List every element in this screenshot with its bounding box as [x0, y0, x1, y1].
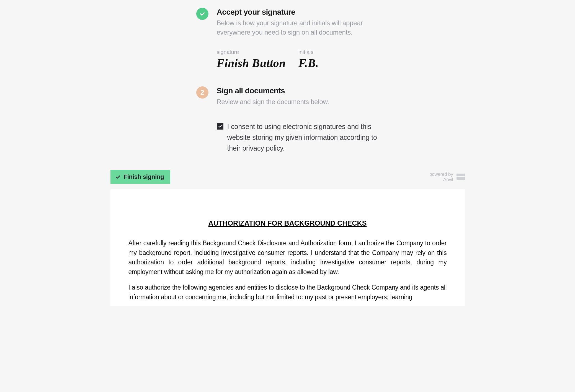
step-complete-icon — [196, 8, 208, 20]
signature-label: signature — [217, 49, 286, 55]
consent-checkbox[interactable] — [217, 123, 223, 130]
initials-block: initials F.B. — [298, 49, 319, 70]
step-title: Sign all documents — [217, 86, 383, 95]
step-accept-signature: Accept your signature Below is how your … — [196, 8, 465, 70]
powered-by-label: powered by — [429, 172, 453, 177]
step-sign-documents: 2 Sign all documents Review and sign the… — [196, 86, 465, 153]
step-number-badge: 2 — [196, 86, 208, 99]
finish-signing-label: Finish signing — [124, 173, 164, 180]
consent-text: I consent to using electronic signatures… — [227, 121, 383, 153]
step-subtitle: Below is how your signature and initials… — [217, 18, 383, 37]
document-paragraph: After carefully reading this Background … — [128, 238, 447, 277]
document-title: AUTHORIZATION FOR BACKGROUND CHECKS — [128, 219, 447, 227]
step-title: Accept your signature — [217, 8, 383, 17]
anvil-logo-icon — [457, 174, 465, 180]
powered-by-brand: Anvil — [429, 177, 453, 182]
initials-value: F.B. — [298, 56, 319, 70]
step-subtitle: Review and sign the documents below. — [217, 97, 383, 107]
signature-block: signature Finish Button — [217, 49, 286, 70]
signature-value: Finish Button — [217, 56, 286, 70]
initials-label: initials — [298, 49, 319, 55]
check-icon — [115, 174, 121, 180]
finish-signing-button[interactable]: Finish signing — [110, 170, 170, 184]
document-viewer: AUTHORIZATION FOR BACKGROUND CHECKS Afte… — [110, 189, 465, 306]
document-paragraph: I also authorize the following agencies … — [128, 283, 447, 302]
document-toolbar: Finish signing powered by Anvil — [110, 170, 465, 184]
powered-by: powered by Anvil — [429, 172, 465, 182]
